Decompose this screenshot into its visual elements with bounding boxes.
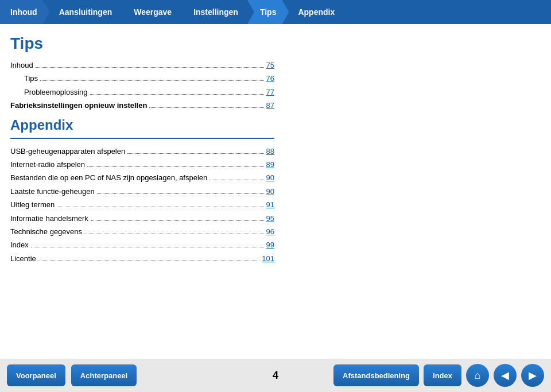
toc-dots (91, 220, 264, 221)
top-navigation: Inhoud Aansluitingen Weergave Instelling… (0, 0, 551, 24)
toc-item-inhoud[interactable]: Inhoud 75 (10, 59, 274, 72)
toc-item-licentie[interactable]: Licentie 101 (10, 252, 274, 265)
index-button[interactable]: Index (424, 364, 461, 386)
toc-label-informatie: Informatie handelsmerk (10, 212, 88, 225)
toc-item-uitleg[interactable]: Uitleg termen 91 (10, 198, 274, 211)
toc-label-index: Index (10, 238, 29, 251)
toc-page-internet-radio: 89 (266, 158, 274, 171)
toc-label-fabriek: Fabrieksinstellingen opnieuw instellen (10, 99, 147, 112)
tab-weergave-label: Weergave (134, 7, 172, 17)
toc-dots (87, 166, 263, 167)
toc-dots (149, 107, 263, 108)
tab-instellingen-label: Instellingen (193, 7, 238, 17)
toc-dots (36, 67, 264, 68)
toc-label-usb: USB-geheugenapparaten afspelen (10, 145, 125, 158)
toc-item-index[interactable]: Index 99 (10, 238, 274, 251)
toc-item-fabriek[interactable]: Fabrieksinstellingen opnieuw instellen 8… (10, 99, 274, 112)
tab-appendix[interactable]: Appendix (285, 0, 347, 24)
toc-item-tips[interactable]: Tips 76 (10, 72, 274, 85)
toc-item-internet-radio[interactable]: Internet-radio afspelen 89 (10, 158, 274, 171)
toc-label-probleemoplossing: Probleemoplossing (24, 86, 88, 99)
bottom-left-buttons: Voorpaneel Achterpaneel (7, 364, 137, 386)
toc-section-tips: Inhoud 75 Tips 76 Probleemoplossing 77 F… (10, 59, 534, 112)
tab-appendix-label: Appendix (298, 7, 335, 17)
divider (10, 138, 274, 139)
tab-aansluitingen[interactable]: Aansluitingen (46, 0, 125, 24)
toc-dots (38, 261, 259, 261)
next-icon: ▶ (529, 369, 537, 382)
toc-label-bestanden: Bestanden die op een PC of NAS zijn opge… (10, 171, 207, 184)
toc-page-fabriek: 87 (266, 99, 274, 112)
toc-page-usb: 88 (266, 145, 274, 158)
toc-item-technische[interactable]: Technische gegevens 96 (10, 225, 274, 238)
voorpaneel-button[interactable]: Voorpaneel (7, 364, 65, 386)
toc-section-appendix: USB-geheugenapparaten afspelen 88 Intern… (10, 145, 534, 266)
toc-page-bestanden: 90 (266, 171, 274, 184)
toc-dots (209, 180, 263, 180)
tab-aansluitingen-label: Aansluitingen (59, 7, 112, 17)
toc-page-inhoud: 75 (266, 59, 274, 72)
home-icon: ⌂ (475, 370, 481, 382)
prev-button[interactable]: ◀ (494, 364, 517, 387)
toc-label-laatste: Laatste functie-geheugen (10, 185, 95, 198)
page-title: Tips (10, 34, 534, 53)
toc-label-internet-radio: Internet-radio afspelen (10, 158, 85, 171)
toc-label-uitleg: Uitleg termen (10, 198, 55, 211)
toc-dots (31, 247, 264, 247)
toc-dots (84, 234, 264, 234)
toc-page-tips: 76 (266, 72, 274, 85)
toc-label-inhoud: Inhoud (10, 59, 33, 72)
toc-page-informatie: 95 (266, 212, 274, 225)
prev-icon: ◀ (501, 369, 509, 382)
tab-tips-label: Tips (260, 7, 277, 17)
tab-instellingen[interactable]: Instellingen (181, 0, 251, 24)
toc-item-bestanden[interactable]: Bestanden die op een PC of NAS zijn opge… (10, 171, 274, 184)
toc-label-technische: Technische gegevens (10, 225, 82, 238)
toc-page-technische: 96 (266, 225, 274, 238)
toc-page-licentie: 101 (262, 252, 274, 265)
next-button[interactable]: ▶ (521, 364, 544, 387)
main-content: Tips Inhoud 75 Tips 76 Probleemoplossing… (0, 24, 551, 316)
home-button[interactable]: ⌂ (466, 364, 489, 387)
achterpaneel-button[interactable]: Achterpaneel (71, 364, 137, 386)
toc-page-laatste: 90 (266, 185, 274, 198)
toc-label-licentie: Licentie (10, 252, 36, 265)
bottom-right-buttons: Afstandsbediening Index ⌂ ◀ ▶ (333, 364, 544, 387)
toc-item-usb[interactable]: USB-geheugenapparaten afspelen 88 (10, 145, 274, 158)
toc-item-laatste[interactable]: Laatste functie-geheugen 90 (10, 185, 274, 198)
toc-dots (40, 80, 263, 81)
toc-page-probleemoplossing: 77 (266, 86, 274, 99)
toc-page-index: 99 (266, 238, 274, 251)
page-number: 4 (273, 370, 278, 382)
toc-item-probleemoplossing[interactable]: Probleemoplossing 77 (10, 86, 274, 99)
section-heading-appendix: Appendix (10, 117, 534, 133)
tab-inhoud[interactable]: Inhoud (0, 0, 50, 24)
toc-dots (97, 193, 264, 194)
toc-dots (127, 153, 263, 154)
tab-weergave[interactable]: Weergave (121, 0, 184, 24)
tab-tips[interactable]: Tips (247, 0, 289, 24)
toc-label-tips: Tips (24, 72, 38, 85)
toc-dots (90, 94, 264, 95)
bottom-bar: Voorpaneel Achterpaneel 4 Afstandsbedien… (0, 359, 551, 392)
tab-inhoud-label: Inhoud (10, 7, 37, 17)
toc-page-uitleg: 91 (266, 198, 274, 211)
toc-dots (57, 207, 263, 207)
afstandsbediening-button[interactable]: Afstandsbediening (333, 364, 419, 386)
toc-item-informatie[interactable]: Informatie handelsmerk 95 (10, 212, 274, 225)
